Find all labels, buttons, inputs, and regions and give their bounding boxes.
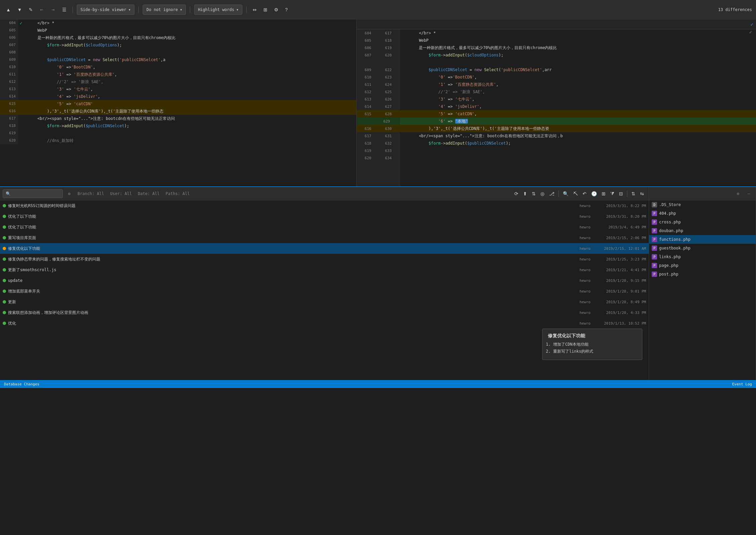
circle-btn[interactable]: ◎ xyxy=(538,190,546,198)
prev-diff-btn[interactable]: ▲ xyxy=(4,6,13,14)
user-filter[interactable]: User: All xyxy=(108,190,134,197)
line-num: 620 xyxy=(0,137,18,144)
commit-item[interactable]: 优化了以下功能 hewro 2019/3/4, 6:49 PM xyxy=(0,222,649,232)
column-btn[interactable]: ⊞ xyxy=(261,6,269,14)
grid-btn[interactable]: ⊞ xyxy=(600,190,608,198)
forward-btn[interactable]: → xyxy=(49,6,57,14)
diff-line: '3' => '七牛云', xyxy=(400,96,756,103)
expand-btn[interactable]: ⇆ xyxy=(638,190,646,198)
commit-item[interactable]: 优化了以下功能 hewro 2019/3/31, 8:20 PM xyxy=(0,211,649,222)
viewer-mode-dropdown[interactable]: Side-by-side viewer ▾ xyxy=(77,5,135,15)
date-filter[interactable]: Date: All xyxy=(136,190,162,197)
commit-author: hewro xyxy=(564,236,591,240)
commit-item[interactable]: 修复优化以下功能 hewro 2019/2/15, 12:01 AM xyxy=(0,243,649,254)
commit-item[interactable]: 修复伪静态带来的问题，修复搜索地址栏不变的问题 hewro 2019/1/25,… xyxy=(0,254,649,264)
commit-item[interactable]: 更新 hewro 2019/1/20, 8:49 PM xyxy=(0,297,649,307)
separator-4 xyxy=(246,6,247,13)
branch-btn[interactable]: ⎇ xyxy=(547,190,556,198)
sort-btn[interactable]: ⇅ xyxy=(629,190,637,198)
line-num: 607 xyxy=(0,41,18,49)
clock-btn[interactable]: 🕐 xyxy=(589,190,599,198)
file-item[interactable]: P cross.php xyxy=(649,218,756,226)
diff-count: 13 differences xyxy=(718,7,752,12)
file-item[interactable]: P page.php xyxy=(649,261,756,270)
align-btn[interactable]: ⇔ xyxy=(251,6,259,14)
file-item[interactable]: P post.php xyxy=(649,270,756,279)
diff-line: 619 xyxy=(0,130,356,137)
filter-btn[interactable]: ⧩ xyxy=(608,189,616,198)
ignore-mode-dropdown[interactable]: Do not ignore ▾ xyxy=(143,5,186,15)
commit-message: 搜索联想添加动画，增加评论区背景图片动画 xyxy=(8,310,562,316)
help-btn[interactable]: ? xyxy=(283,6,290,14)
file-item[interactable]: P functions.php xyxy=(649,235,756,244)
line-num: 613 xyxy=(0,85,18,93)
diff-line: </br> * ✓ xyxy=(400,29,756,37)
right-check: ✓ xyxy=(749,29,756,37)
edit-btn[interactable]: ✎ xyxy=(27,6,35,14)
file-type-icon: P xyxy=(652,254,657,259)
diff-line: 是一种新的图片格式，最多可以减少70%的图片大小，目前只有chrome内核比 xyxy=(400,44,756,51)
branch-filter[interactable]: Branch: All xyxy=(76,190,106,197)
search-btn[interactable]: 🔍 xyxy=(561,190,571,198)
file-type-icon: P xyxy=(652,219,657,225)
commit-date: 2019/1/20, 9:01 PM xyxy=(593,289,646,294)
line-content: '5' => 'catCDN', xyxy=(405,110,756,118)
file-item[interactable]: P guestbook.php xyxy=(649,244,756,252)
commit-dot xyxy=(3,236,6,239)
line-content: $form->addInput($cloudOptions); xyxy=(24,41,356,49)
gutter-icon xyxy=(400,66,405,73)
diff-line: 605 WebP xyxy=(0,27,356,34)
commit-message: 优化了以下功能 xyxy=(8,224,562,230)
gutter-icon xyxy=(18,130,24,137)
diff-line: 618 $form->addInput($publicCDNSelcet); xyxy=(0,122,356,130)
center-line-nums: 607620 xyxy=(357,51,400,59)
commit-item[interactable]: update hewro 2019/1/20, 9:15 PM xyxy=(0,275,649,286)
center-line-nums: 613626 xyxy=(357,96,400,103)
line-content xyxy=(24,130,356,137)
diff-line: 611 '1' => '百度静态资源公共库', xyxy=(0,71,356,78)
commit-item[interactable]: 优化 hewro 2019/1/13, 10:52 PM xyxy=(0,318,649,329)
pick-btn[interactable]: ⛏ xyxy=(571,190,580,198)
file-panel-minimize[interactable]: — xyxy=(744,189,753,198)
file-item[interactable]: P 404.php xyxy=(649,209,756,218)
tooltip-item-2: 重新写了links的样式 xyxy=(553,349,637,354)
search-box[interactable]: 🔍 xyxy=(3,189,63,198)
settings-btn-bottom[interactable]: ⚙ xyxy=(65,189,74,198)
commit-message: 修复时光机RSS订阅源的时间错误问题 xyxy=(8,203,562,209)
arrow-btn[interactable]: ⬆ xyxy=(521,190,529,198)
file-type-icon: P xyxy=(652,228,657,233)
diff-line xyxy=(400,154,756,162)
commit-item[interactable]: 修复时光机RSS订阅源的时间错误问题 hewro 2019/3/31, 8:22… xyxy=(0,200,649,211)
line-content: '1' => '百度静态资源公共库', xyxy=(405,81,756,88)
file-panel-settings[interactable]: ⚙ xyxy=(734,189,742,198)
file-item[interactable]: D .DS_Store xyxy=(649,200,756,209)
commit-date: 2019/2/15, 12:01 AM xyxy=(593,246,646,251)
file-list: D .DS_Store P 404.php P cross.php P doub… xyxy=(649,200,756,279)
gutter-icon xyxy=(400,147,405,154)
commit-item[interactable]: 重写项目库页面 hewro 2019/2/15, 2:06 PM xyxy=(0,232,649,243)
file-item[interactable]: P links.php xyxy=(649,252,756,261)
commit-item[interactable]: 更新了smoothscroll.js hewro 2019/1/21, 4:41… xyxy=(0,264,649,275)
commit-item[interactable]: 搜索联想添加动画，增加评论区背景图片动画 hewro 2019/1/20, 4:… xyxy=(0,307,649,318)
file-item[interactable]: P douban.php xyxy=(649,226,756,235)
diff-line: 604 ✓ </br> * xyxy=(0,19,356,27)
back-btn[interactable]: ← xyxy=(37,6,46,14)
check-icon: ✓ xyxy=(749,29,752,35)
paths-filter[interactable]: Paths: All xyxy=(164,190,192,197)
highlight-mode-dropdown[interactable]: Highlight words ▾ xyxy=(194,5,242,15)
merge-btn[interactable]: ⇅ xyxy=(530,190,538,198)
event-log-label[interactable]: Event Log xyxy=(732,382,752,386)
layout-btn[interactable]: ⊟ xyxy=(617,190,625,198)
settings-btn[interactable]: ⚙ xyxy=(272,6,280,14)
db-changes-label[interactable]: Database Changes xyxy=(4,382,39,386)
list-btn[interactable]: ☰ xyxy=(60,6,69,14)
diff-line: 608 xyxy=(0,49,356,56)
refresh-btn[interactable]: ⟳ xyxy=(512,190,520,198)
line-num: 606 xyxy=(0,34,18,41)
undo-btn[interactable]: ↶ xyxy=(581,190,589,198)
next-diff-btn[interactable]: ▼ xyxy=(15,6,24,14)
commit-item[interactable]: 增加底部菜单开关 hewro 2019/1/20, 9:01 PM xyxy=(0,286,649,297)
line-num: 609 xyxy=(0,56,18,63)
chevron-down-icon-2: ▾ xyxy=(180,7,182,12)
separator-3 xyxy=(190,6,190,13)
